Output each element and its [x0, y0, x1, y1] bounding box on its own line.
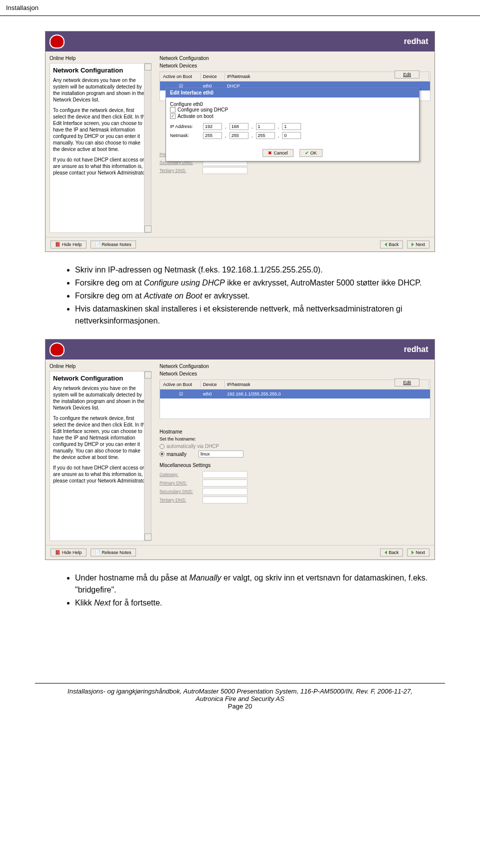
auto-dhcp-radio-row[interactable]: automatically via DHCP — [160, 444, 430, 449]
hostname-title: Hostname — [160, 429, 430, 434]
cancel-button[interactable]: ✖Cancel — [262, 149, 293, 157]
ip-address-label: IP Address: — [170, 124, 200, 129]
page-content: redhat. Online Help Network Configuratio… — [0, 16, 480, 636]
activate-checkbox[interactable]: ✓ — [170, 114, 176, 119]
list-item: Forsikre deg om at Configure using DHCP … — [75, 277, 435, 289]
secondary-dns-input[interactable] — [202, 488, 248, 495]
hide-help-button[interactable]: 📕 Hide Help — [50, 548, 86, 556]
next-arrow-icon — [412, 242, 414, 246]
edit-button[interactable]: Edit — [394, 378, 420, 386]
activate-checkbox-row[interactable]: ✓ Activate on boot — [170, 114, 415, 119]
ip-octet-2[interactable]: 168 — [230, 123, 248, 130]
back-arrow-icon — [384, 550, 387, 554]
help-heading: Network Configuration — [53, 66, 148, 74]
footer-line-1: Installasjons- og igangkjøringshåndbok, … — [5, 688, 475, 695]
help-para-1: Any network devices you have on the syst… — [53, 77, 148, 103]
hide-help-button[interactable]: 📕 Hide Help — [50, 240, 86, 248]
col-active: Active on Boot — [161, 381, 201, 388]
activate-label: Activate on boot — [178, 114, 214, 119]
edit-button[interactable]: Edit — [394, 70, 420, 78]
installer-header: redhat. — [46, 340, 434, 360]
page-footer: Installasjons- og igangkjøringshåndbok, … — [0, 676, 480, 715]
list-item: Forsikre deg om at Activate on Boot er a… — [75, 290, 435, 302]
scroll-down-icon[interactable] — [144, 534, 152, 540]
hostname-section: Hostname Set the hostname: automatically… — [160, 429, 430, 458]
nm-octet-3[interactable]: 255 — [256, 132, 275, 139]
nm-octet-4[interactable]: 0 — [282, 132, 301, 139]
page-number: Page 20 — [5, 702, 475, 710]
hostname-input[interactable] — [198, 450, 244, 458]
network-config-panel: Network Configuration Network Devices Ac… — [156, 52, 434, 237]
footer-line-2: Autronica Fire and Security AS — [5, 695, 475, 702]
configure-label: Configure eth0 — [170, 102, 415, 107]
tertiary-dns-input[interactable] — [202, 496, 248, 504]
ip-octet-4[interactable]: 1 — [282, 123, 301, 130]
online-help-title: Online Help — [50, 364, 152, 369]
devices-label: Network Devices — [160, 63, 430, 68]
cancel-icon: ✖ — [268, 150, 272, 156]
screenshot-1: redhat. Online Help Network Configuratio… — [45, 31, 435, 252]
active-checkbox[interactable]: ☑ — [161, 390, 201, 398]
manual-label: manually — [166, 452, 186, 457]
redhat-brand: redhat. — [404, 37, 430, 46]
misc-settings-section: Miscellaneous Settings Gateway: Primary … — [160, 462, 430, 504]
dhcp-label: Configure using DHCP — [178, 107, 228, 112]
list-item: Hvis datamaskinen skal installeres i et … — [75, 303, 435, 327]
online-help-panel: Online Help Network Configuration Any ne… — [46, 360, 156, 545]
scroll-down-icon[interactable] — [144, 226, 152, 232]
set-hostname-label: Set the hostname: — [160, 436, 430, 442]
col-device: Device — [201, 73, 225, 80]
help-scrollbar[interactable] — [144, 372, 151, 540]
tertiary-dns-input[interactable] — [202, 167, 248, 174]
help-para-3: If you do not have DHCP client access or… — [53, 464, 148, 484]
redhat-hat-icon — [50, 34, 64, 48]
help-para-1: Any network devices you have on the syst… — [53, 385, 148, 411]
netmask-label: Netmask: — [170, 133, 200, 138]
col-active: Active on Boot — [161, 73, 201, 80]
help-para-3: If you do not have DHCP client access or… — [53, 156, 148, 176]
online-help-title: Online Help — [50, 56, 152, 61]
back-button[interactable]: Back — [380, 548, 403, 556]
device-name: eth0 — [201, 390, 225, 398]
help-para-2: To configure the network device, first s… — [53, 107, 148, 152]
manual-radio[interactable] — [160, 452, 164, 456]
network-config-panel: Network Configuration Network Devices Ac… — [156, 360, 434, 545]
tertiary-dns-label: Tertiary DNS: — [160, 498, 200, 502]
gateway-input[interactable] — [202, 471, 248, 478]
device-ip: 192.168.1.1/255.255.255.0 — [225, 390, 283, 398]
help-para-2: To configure the network device, first s… — [53, 415, 148, 460]
manual-radio-row[interactable]: manually — [160, 450, 430, 458]
scroll-up-icon[interactable] — [144, 64, 152, 70]
next-arrow-icon — [412, 550, 414, 554]
installer-header: redhat. — [46, 32, 434, 52]
tertiary-dns-label: Tertiary DNS: — [160, 168, 200, 173]
col-device: Device — [201, 381, 225, 388]
ip-octet-3[interactable]: 1 — [256, 123, 275, 130]
redhat-hat-icon — [50, 342, 64, 356]
primary-dns-input[interactable] — [202, 480, 248, 486]
device-row-eth0[interactable]: ☑ eth0 192.168.1.1/255.255.255.0 — [160, 390, 430, 398]
back-button[interactable]: Back — [380, 240, 403, 248]
nm-octet-1[interactable]: 255 — [203, 132, 222, 139]
dialog-title: Edit Interface eth0 — [166, 88, 419, 98]
ip-octet-1[interactable]: 192 — [203, 123, 222, 130]
misc-title: Miscellaneous Settings — [160, 462, 430, 468]
dhcp-checkbox-row[interactable]: Configure using DHCP — [170, 107, 415, 112]
gateway-label: Gateway: — [160, 472, 200, 477]
dhcp-checkbox[interactable] — [170, 107, 176, 112]
release-notes-button[interactable]: 📄 Release Notes — [90, 240, 136, 248]
auto-radio[interactable] — [160, 444, 164, 449]
nm-octet-2[interactable]: 255 — [230, 132, 248, 139]
list-item: Klikk Next for å fortsette. — [75, 597, 435, 609]
ok-button[interactable]: ✔OK — [300, 149, 322, 157]
panel-title: Network Configuration — [160, 364, 430, 369]
next-button[interactable]: Next — [407, 548, 430, 556]
scroll-up-icon[interactable] — [144, 372, 152, 378]
help-scrollbar[interactable] — [144, 64, 151, 232]
release-notes-button[interactable]: 📄 Release Notes — [90, 548, 136, 556]
redhat-brand: redhat. — [404, 345, 430, 354]
screenshot-2: redhat. Online Help Network Configuratio… — [45, 339, 435, 560]
next-button[interactable]: Next — [407, 240, 430, 248]
edit-interface-dialog: Edit Interface eth0 Configure eth0 Confi… — [166, 88, 420, 162]
primary-dns-label: Primary DNS: — [160, 480, 200, 486]
